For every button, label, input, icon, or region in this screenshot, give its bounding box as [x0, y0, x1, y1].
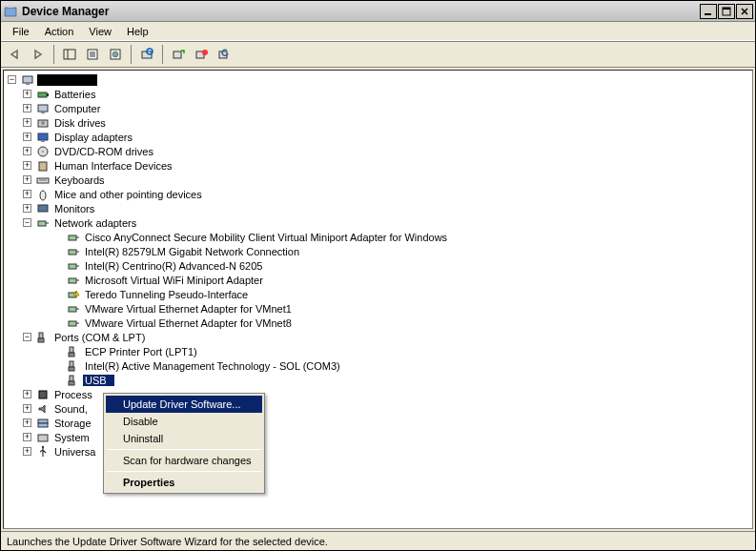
system-icon [35, 430, 51, 444]
svg-rect-61 [38, 419, 48, 423]
expander-icon[interactable]: + [23, 90, 31, 98]
expander-icon[interactable]: + [23, 390, 31, 398]
category-label[interactable]: Monitors [52, 203, 96, 214]
toolbar-separator [53, 45, 54, 64]
menu-help[interactable]: Help [119, 24, 156, 39]
category-label[interactable]: Sound, [52, 403, 90, 415]
disable-button[interactable] [191, 44, 212, 65]
category-label[interactable]: Mice and other pointing devices [52, 189, 204, 200]
category-label[interactable]: Storage [52, 418, 93, 429]
uninstall-button[interactable] [214, 44, 235, 65]
disk-icon [35, 115, 51, 130]
menu-action[interactable]: Action [37, 24, 82, 39]
titlebar[interactable]: Device Manager [1, 1, 755, 22]
monitor-icon [35, 201, 51, 215]
net-warn-icon: ! [66, 287, 81, 301]
svg-rect-55 [69, 353, 74, 357]
device-tree[interactable]: − +Batteries+Computer+Disk drives+Displa… [3, 70, 753, 529]
svg-point-26 [41, 121, 45, 125]
statusbar-text: Launches the Update Driver Software Wiza… [7, 536, 328, 547]
help-button[interactable] [105, 44, 126, 65]
close-button[interactable] [736, 4, 753, 19]
menubar: File Action View Help [1, 22, 755, 41]
svg-rect-56 [70, 361, 73, 367]
expander-icon[interactable]: + [23, 204, 31, 213]
expander-icon[interactable]: + [23, 433, 31, 441]
expander-icon[interactable]: + [23, 418, 31, 427]
category-label[interactable]: Batteries [52, 89, 97, 100]
menu-view[interactable]: View [81, 24, 119, 39]
svg-point-34 [40, 191, 46, 200]
expander-icon[interactable]: − [8, 75, 16, 84]
category-label[interactable]: Display adapters [52, 132, 134, 143]
svg-point-64 [42, 445, 44, 447]
device-label[interactable]: Intel(R) 82579LM Gigabit Network Connect… [83, 246, 301, 257]
root-computer-label[interactable] [37, 74, 97, 86]
context-menu-item[interactable]: Disable [106, 413, 262, 430]
statusbar: Launches the Update Driver Software Wiza… [1, 531, 755, 550]
context-menu-separator [107, 471, 261, 472]
svg-rect-22 [47, 93, 49, 96]
context-menu-item[interactable]: Uninstall [106, 430, 262, 447]
scan-hardware-button[interactable] [136, 44, 157, 65]
device-label[interactable]: ECP Printer Port (LPT1) [83, 346, 199, 357]
expander-icon[interactable]: + [23, 133, 31, 141]
category-label[interactable]: Computer [52, 103, 102, 114]
device-label[interactable]: Teredo Tunneling Pseudo-Interface [83, 289, 250, 300]
update-driver-button[interactable] [168, 44, 189, 65]
expander-icon[interactable]: + [23, 104, 31, 112]
expander-icon[interactable]: + [23, 447, 31, 456]
maximize-button[interactable] [718, 4, 735, 19]
svg-point-17 [202, 50, 208, 55]
context-menu-item[interactable]: Properties [106, 474, 262, 491]
device-label[interactable]: VMware Virtual Ethernet Adapter for VMne… [83, 317, 294, 329]
expander-icon[interactable]: + [23, 190, 31, 198]
svg-rect-2 [705, 13, 711, 15]
device-label[interactable]: Intel(R) Active Management Technology - … [83, 360, 342, 372]
device-label[interactable]: Intel(R) Centrino(R) Advanced-N 6205 [83, 260, 264, 272]
expander-icon[interactable]: − [23, 218, 31, 227]
category-label[interactable]: Ports (COM & LPT) [52, 332, 147, 343]
category-label[interactable]: Human Interface Devices [52, 160, 174, 172]
expander-icon[interactable]: + [23, 147, 31, 155]
svg-rect-54 [70, 347, 73, 353]
context-menu-item[interactable]: Scan for hardware changes [106, 452, 262, 469]
expander-icon[interactable]: + [23, 404, 31, 413]
menu-file[interactable]: File [5, 24, 37, 39]
properties-button[interactable] [82, 44, 103, 65]
device-label[interactable]: Cisco AnyConnect Secure Mobility Client … [83, 232, 449, 243]
svg-rect-0 [5, 8, 16, 16]
back-button[interactable] [5, 44, 26, 65]
forward-button[interactable] [28, 44, 49, 65]
category-label[interactable]: Universa [52, 446, 97, 458]
device-label[interactable]: VMware Virtual Ethernet Adapter for VMne… [83, 303, 294, 315]
svg-rect-28 [41, 140, 45, 142]
computer-icon [20, 72, 35, 87]
category-label[interactable]: System [52, 432, 92, 443]
expander-icon[interactable]: + [23, 118, 31, 127]
context-menu-item[interactable]: Update Driver Software... [106, 396, 262, 413]
port-icon [66, 358, 81, 373]
svg-rect-53 [38, 338, 44, 342]
category-label[interactable]: Disk drives [52, 117, 108, 129]
minimize-button[interactable] [700, 4, 717, 19]
category-label[interactable]: Process [52, 389, 94, 400]
show-hide-console-button[interactable] [59, 44, 80, 65]
category-label[interactable]: Network adapters [52, 217, 138, 229]
category-label[interactable]: DVD/CD-ROM drives [52, 146, 155, 157]
net-icon [66, 230, 81, 244]
device-label[interactable]: USB [83, 375, 114, 386]
expander-icon[interactable]: + [23, 175, 31, 184]
net-icon [66, 301, 81, 316]
device-label[interactable]: Microsoft Virtual WiFi Miniport Adapter [83, 275, 265, 286]
expander-icon[interactable]: − [23, 333, 31, 341]
svg-rect-48 [69, 307, 76, 312]
context-menu: Update Driver Software...DisableUninstal… [103, 393, 265, 494]
category-label[interactable]: Keyboards [52, 174, 107, 186]
toolbar-separator [162, 45, 163, 64]
expander-icon[interactable]: + [23, 161, 31, 170]
svg-rect-44 [69, 278, 76, 283]
hid-icon [35, 158, 51, 173]
display-icon [35, 130, 51, 144]
svg-rect-20 [26, 83, 30, 85]
